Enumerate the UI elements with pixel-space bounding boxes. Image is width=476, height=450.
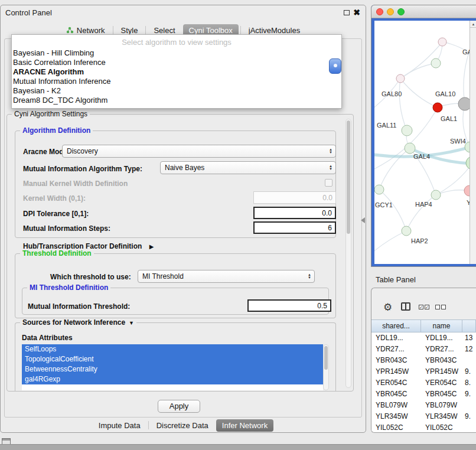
table-cell: YBL079W [371,400,421,411]
table-row[interactable]: YBR045CYBR045C9. [371,389,476,400]
scroll-up-icon[interactable]: ▲ [470,21,476,28]
table-body: YDL19...YDL19...13YDR27...YDR27...12YBR0… [371,332,476,432]
unchecked-box-icon [441,305,446,309]
dropdown-option-bayesian-k2[interactable]: Bayesian - K2 [12,86,341,96]
table-row[interactable]: YBR043CYBR043C [371,355,476,366]
network-node[interactable] [402,226,411,236]
list-item-selfloops[interactable]: SelfLoops [22,344,323,354]
table-cell: YLR345W [421,411,462,422]
network-node-label: HAP2 [411,237,428,244]
network-node[interactable] [438,38,446,46]
mi-steps-field[interactable] [253,221,336,234]
table-cell: YLR345W [371,411,421,422]
apply-button[interactable]: Apply [158,400,200,413]
network-edge [379,190,406,231]
kernel-width-field[interactable] [253,191,336,204]
attributes-list-scrollbar-thumb[interactable] [324,346,328,370]
column-header-name[interactable]: name [421,320,462,332]
gear-icon[interactable]: ⚙ [383,302,392,312]
network-node[interactable] [431,58,441,68]
table-cell: YIL052C [421,422,462,432]
network-node[interactable] [458,97,470,110]
list-item-betweennesscentrality[interactable]: BetweennessCentrality [22,364,323,374]
network-node[interactable] [431,190,441,200]
checked-box-icon: ✓ [419,305,423,309]
attributes-list-scrollbar[interactable] [323,344,329,390]
table-row[interactable]: YPR145WYPR145W9. [371,366,476,377]
float-window-icon[interactable] [344,10,350,15]
network-tab-icon [66,27,74,34]
table-cell: YDL19... [421,332,462,344]
kernel-width-label: Kernel Width (0,1): [23,194,86,203]
splitter-collapse-icon[interactable] [361,217,365,223]
network-vertical-scrollbar[interactable]: ▲ [470,21,476,264]
table-cell: YDR27... [421,344,462,355]
column-header-partial[interactable] [462,320,476,332]
tab-infer-network[interactable]: Infer Network [216,419,273,432]
checked-box-icon: ✓ [425,305,429,309]
dropdown-option-basic-correlation[interactable]: Basic Correlation Inference [12,58,341,67]
table-row[interactable]: YBL079WYBL079W [371,400,476,411]
network-edge [464,53,469,104]
table-cell [462,422,476,432]
list-item-gal4rgexp[interactable]: gal4RGexp [22,374,323,384]
table-cell: YBR045C [421,389,462,400]
minimize-traffic-light[interactable] [387,8,394,15]
dropdown-option-mutual-information[interactable]: Mutual Information Inference [12,77,341,86]
tab-discretize-data[interactable]: Discretize Data [151,419,214,432]
network-node-label: GAL10 [435,90,455,97]
table-row[interactable]: YLR345WYLR345W9. [371,411,476,422]
table-cell: YER054C [371,377,421,389]
mi-threshold-field[interactable] [247,299,331,312]
network-graph: GAL80GAL10GAL1GAL11SWI4GAL4GCY1HAP4YHAP2… [374,21,470,264]
dropdown-option-bayesian-hill-climbing[interactable]: Bayesian - Hill Climbing [12,48,341,58]
table-cell: 9. [462,411,476,422]
which-threshold-combo[interactable]: MI Threshold ▲▼ [138,270,315,283]
tab-impute-data[interactable]: Impute Data [93,419,146,432]
table-cell: YPR145W [421,366,462,377]
column-header-shared-name[interactable]: shared... [371,320,421,332]
close-icon[interactable]: ✖ [353,8,360,17]
network-node[interactable] [464,185,470,196]
table-row[interactable]: YIL052CYIL052C [371,422,476,432]
network-node-label: GAL11 [377,122,396,129]
settings-scrollbar-thumb[interactable] [347,120,350,234]
network-node[interactable] [405,143,415,154]
network-node[interactable] [396,74,405,83]
table-cell: YBL079W [421,400,462,411]
tab-jactivemodules-label: jActiveModules [249,26,300,35]
network-node[interactable] [402,125,412,136]
close-traffic-light[interactable] [376,8,383,15]
column-selector-icon[interactable] [401,302,410,311]
dropdown-option-aracne[interactable]: ARACNE Algorithm [12,67,341,77]
table-cell: 12 [462,344,476,355]
network-edge [400,63,436,79]
table-row[interactable]: YER054CYER054C8. [371,377,476,389]
select-all-icon[interactable]: ✓✓ [419,305,429,309]
algorithm-dropdown-popup: Select algorithm to view settings Bayesi… [11,34,342,109]
network-node[interactable] [433,103,442,112]
manual-kernel-width-checkbox[interactable] [325,179,332,187]
list-item-topologicalcoefficient[interactable]: TopologicalCoefficient [22,354,323,364]
network-canvas[interactable]: GAL80GAL10GAL1GAL11SWI4GAL4GCY1HAP4YHAP2… [374,21,470,264]
network-node[interactable] [374,185,384,194]
settings-scrollbar[interactable] [345,119,351,388]
sources-title-row[interactable]: Sources for Network Inference▼ [20,318,136,327]
tab-discretize-data-label: Discretize Data [157,421,208,430]
network-node-label: SWI4 [450,138,466,145]
table-row[interactable]: YDL19...YDL19...13 [371,332,476,344]
algorithm-combo-button-fragment[interactable] [329,58,341,74]
network-node-label: GAL1 [441,115,457,122]
dropdown-option-dream8[interactable]: Dream8 DC_TDC Algorithm [12,96,341,105]
deselect-all-icon[interactable] [435,305,446,309]
mi-algorithm-type-combo[interactable]: Naive Bayes ▲▼ [160,161,336,174]
threshold-definition-title: Threshold Definition [20,249,94,257]
tab-infer-network-label: Infer Network [222,421,268,430]
dpi-tolerance-field[interactable] [253,207,336,219]
zoom-traffic-light[interactable] [397,8,405,15]
network-edge [400,79,438,107]
table-row[interactable]: YDR27...YDR27...12 [371,344,476,355]
bottom-tabbar: Impute Data Discretize Data Infer Networ… [1,418,366,432]
aracne-mode-combo[interactable]: Discovery ▲▼ [62,145,336,158]
status-strip [0,444,476,450]
